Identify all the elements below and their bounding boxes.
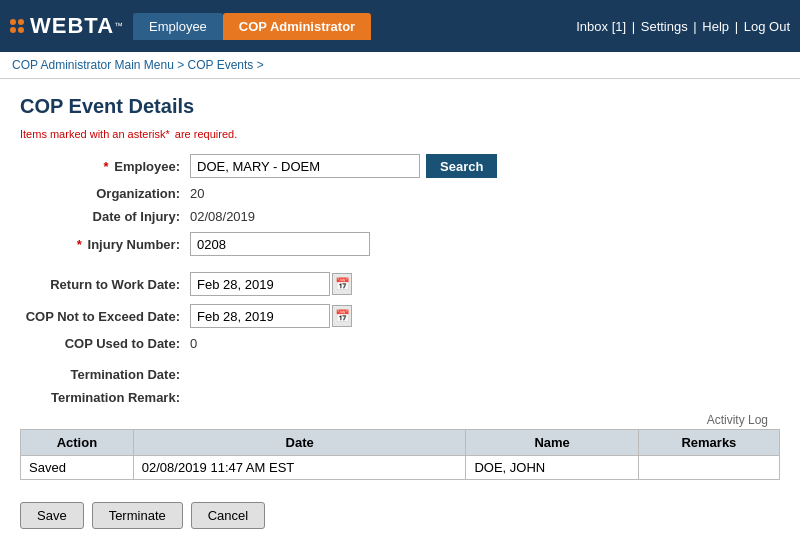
injury-number-input[interactable] <box>190 232 370 256</box>
cop-not-exceed-row: COP Not to Exceed Date: 📅 <box>20 304 780 328</box>
breadcrumb-link-events[interactable]: COP Events <box>188 58 254 72</box>
return-to-work-row: Return to Work Date: 📅 <box>20 272 780 296</box>
organization-label: Organization: <box>20 186 190 201</box>
action-buttons: Save Terminate Cancel <box>20 496 780 535</box>
activity-log-label: Activity Log <box>20 413 780 427</box>
organization-row: Organization: 20 <box>20 186 780 201</box>
save-button[interactable]: Save <box>20 502 84 529</box>
breadcrumb-sep2: > <box>257 58 264 72</box>
return-to-work-label: Return to Work Date: <box>20 277 190 292</box>
logo-area: WEBTA™ <box>10 13 123 39</box>
form-section: * Employee: Search Organization: 20 Date… <box>20 154 780 405</box>
sep2: | <box>693 19 700 34</box>
organization-value: 20 <box>190 186 204 201</box>
nav-tabs: Employee COP Administrator <box>133 13 576 40</box>
col-date: Date <box>133 430 466 456</box>
activity-table-header-row: Action Date Name Remarks <box>21 430 780 456</box>
injury-number-row: * Injury Number: <box>20 232 780 256</box>
logo-dot-2 <box>18 19 24 25</box>
termination-date-label: Termination Date: <box>20 367 190 382</box>
breadcrumb: COP Administrator Main Menu > COP Events… <box>0 52 800 79</box>
cell-date: 02/08/2019 11:47 AM EST <box>133 456 466 480</box>
cell-remarks <box>638 456 779 480</box>
termination-remark-label: Termination Remark: <box>20 390 190 405</box>
header: WEBTA™ Employee COP Administrator Inbox … <box>0 0 800 52</box>
page-title: COP Event Details <box>20 95 780 118</box>
employee-row: * Employee: Search <box>20 154 780 178</box>
tab-employee[interactable]: Employee <box>133 13 223 40</box>
settings-link[interactable]: Settings <box>641 19 688 34</box>
injury-number-label: * Injury Number: <box>20 237 190 252</box>
logo-dot-4 <box>18 27 24 33</box>
return-to-work-input[interactable] <box>190 272 330 296</box>
cop-used-value: 0 <box>190 336 197 351</box>
terminate-button[interactable]: Terminate <box>92 502 183 529</box>
cancel-button[interactable]: Cancel <box>191 502 265 529</box>
tab-cop-administrator[interactable]: COP Administrator <box>223 13 371 40</box>
cop-used-row: COP Used to Date: 0 <box>20 336 780 351</box>
required-note-text: Items marked with an asterisk <box>20 128 166 140</box>
content: COP Event Details Items marked with an a… <box>0 79 800 551</box>
col-remarks: Remarks <box>638 430 779 456</box>
injury-number-label-text: Injury Number: <box>88 237 180 252</box>
logo-text: WEBTA <box>30 13 114 39</box>
cop-not-exceed-calendar-icon[interactable]: 📅 <box>332 305 352 327</box>
inbox-link[interactable]: Inbox [1] <box>576 19 626 34</box>
spacer2 <box>20 359 780 367</box>
cell-name: DOE, JOHN <box>466 456 638 480</box>
logo-dot-1 <box>10 19 16 25</box>
col-action: Action <box>21 430 134 456</box>
termination-remark-row: Termination Remark: <box>20 390 780 405</box>
cell-action: Saved <box>21 456 134 480</box>
header-right: Inbox [1] | Settings | Help | Log Out <box>576 19 790 34</box>
breadcrumb-sep1: > <box>177 58 187 72</box>
cop-not-exceed-label: COP Not to Exceed Date: <box>20 309 190 324</box>
table-row: Saved02/08/2019 11:47 AM ESTDOE, JOHN <box>21 456 780 480</box>
date-of-injury-value: 02/08/2019 <box>190 209 255 224</box>
required-asterisk-note: * <box>166 128 170 140</box>
employee-label: * Employee: <box>20 159 190 174</box>
termination-date-row: Termination Date: <box>20 367 780 382</box>
employee-label-text: Employee: <box>114 159 180 174</box>
breadcrumb-link-main[interactable]: COP Administrator Main Menu <box>12 58 174 72</box>
cop-used-label: COP Used to Date: <box>20 336 190 351</box>
sep3: | <box>735 19 742 34</box>
return-to-work-calendar-icon[interactable]: 📅 <box>332 273 352 295</box>
spacer1 <box>20 264 780 272</box>
date-of-injury-row: Date of Injury: 02/08/2019 <box>20 209 780 224</box>
injury-required-star: * <box>77 237 82 252</box>
logo-dots <box>10 19 24 33</box>
search-button[interactable]: Search <box>426 154 497 178</box>
cop-not-exceed-input[interactable] <box>190 304 330 328</box>
employee-input[interactable] <box>190 154 420 178</box>
required-note: Items marked with an asterisk* are requi… <box>20 128 780 140</box>
required-suffix: are required. <box>175 128 237 140</box>
employee-required-star: * <box>104 159 109 174</box>
col-name: Name <box>466 430 638 456</box>
sep1: | <box>632 19 639 34</box>
logout-link[interactable]: Log Out <box>744 19 790 34</box>
logo-tm: ™ <box>114 21 123 31</box>
help-link[interactable]: Help <box>702 19 729 34</box>
date-of-injury-label: Date of Injury: <box>20 209 190 224</box>
activity-log-table: Action Date Name Remarks Saved02/08/2019… <box>20 429 780 480</box>
logo-dot-3 <box>10 27 16 33</box>
